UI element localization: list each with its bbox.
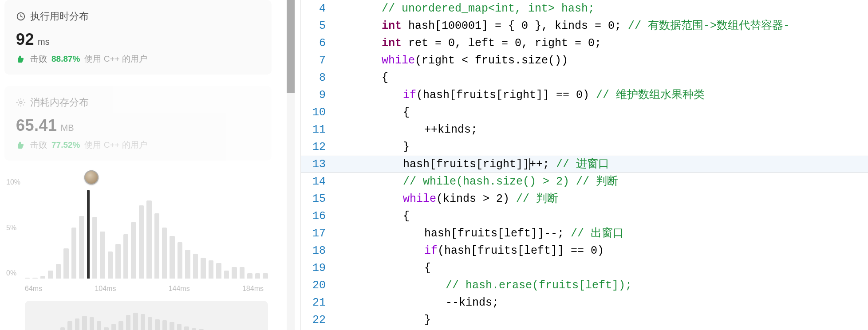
code-line[interactable]: { (339, 69, 868, 86)
line-number[interactable]: 10 (301, 104, 335, 121)
mini-histogram-bar[interactable] (184, 326, 189, 330)
code-line[interactable]: { (339, 259, 868, 277)
line-number-gutter[interactable]: 45678910111213141516171819202122 (301, 0, 335, 330)
histogram-bar[interactable] (87, 190, 90, 279)
mini-histogram-bar[interactable] (97, 321, 101, 330)
mini-histogram-bar[interactable] (133, 313, 138, 330)
runtime-histogram[interactable]: 10% 5% 0% 64ms 104ms 144ms 184ms (0, 178, 280, 293)
histogram-bar[interactable] (56, 264, 61, 279)
histogram-bar[interactable] (146, 200, 151, 279)
histogram-bar[interactable] (247, 273, 252, 279)
mini-histogram-bar[interactable] (155, 319, 159, 330)
mini-histogram-bar[interactable] (60, 327, 65, 330)
histogram-bar[interactable] (123, 234, 128, 279)
mini-histogram-bar[interactable] (67, 321, 72, 330)
histogram-bar[interactable] (115, 244, 120, 279)
mini-histogram-bar[interactable] (162, 320, 167, 330)
code-line[interactable]: while(kinds > 2) // 判断 (339, 190, 868, 208)
line-number[interactable]: 12 (301, 138, 335, 156)
code-line[interactable]: // hash.erase(fruits[left]); (339, 277, 868, 294)
mini-histogram-bar[interactable] (75, 318, 79, 330)
mini-histogram-bar[interactable] (104, 327, 108, 330)
histogram-bar[interactable] (48, 271, 53, 279)
memory-unit: MB (61, 123, 74, 133)
code-line[interactable]: if(hash[fruits[right]] == 0) // 维护数组水果种类 (339, 86, 868, 104)
code-editor[interactable]: 45678910111213141516171819202122 // unor… (301, 0, 868, 330)
line-number[interactable]: 4 (301, 0, 335, 17)
mini-histogram-bar[interactable] (90, 317, 94, 330)
mini-histogram-bar[interactable] (111, 324, 116, 330)
histogram-bar[interactable] (216, 263, 221, 279)
histogram-bar[interactable] (154, 213, 159, 279)
histogram-bar[interactable] (32, 278, 37, 279)
code-line[interactable]: --kinds; (339, 294, 868, 311)
histogram-bar[interactable] (131, 222, 136, 279)
histogram-bar[interactable] (193, 254, 198, 279)
histogram-bar[interactable] (185, 250, 190, 279)
code-comment: // hash.erase(fruits[left]); (446, 279, 632, 292)
histogram-bar[interactable] (263, 273, 268, 279)
code-line[interactable]: ++kinds; (339, 121, 868, 138)
line-number[interactable]: 7 (301, 52, 335, 69)
mini-histogram-bar[interactable] (177, 324, 181, 330)
line-number[interactable]: 15 (301, 190, 335, 208)
scrollbar-thumb[interactable] (287, 0, 295, 93)
line-number[interactable]: 22 (301, 311, 335, 329)
line-number[interactable]: 5 (301, 17, 335, 35)
code-line[interactable]: } (339, 311, 868, 329)
mini-histogram-bar[interactable] (82, 316, 87, 330)
mini-histogram-bar[interactable] (192, 328, 196, 330)
line-number[interactable]: 18 (301, 242, 335, 259)
code-line[interactable]: // while(hash.size() > 2) // 判断 (339, 173, 868, 190)
line-number[interactable]: 13 (301, 156, 335, 173)
histogram-bar[interactable] (224, 271, 229, 279)
runtime-beat-label: 击败 (30, 53, 47, 65)
histogram-bar[interactable] (178, 242, 182, 279)
code-line[interactable]: // unordered_map<int, int> hash; (339, 0, 868, 17)
histogram-bar[interactable] (209, 260, 213, 279)
histogram-bar[interactable] (40, 276, 45, 279)
code-line[interactable]: { (339, 104, 868, 121)
code-line[interactable]: hash[fruits[right]]++; // 进窗口 (339, 156, 868, 173)
line-number[interactable]: 20 (301, 277, 335, 294)
histogram-bar[interactable] (139, 205, 144, 279)
histogram-bar[interactable] (201, 258, 205, 279)
histogram-bar[interactable] (71, 228, 76, 279)
line-number[interactable]: 19 (301, 259, 335, 277)
mini-histogram-bar[interactable] (126, 315, 130, 330)
histogram-bar[interactable] (162, 228, 167, 279)
code-line[interactable]: } (339, 138, 868, 156)
code-lines[interactable]: // unordered_map<int, int> hash;int hash… (339, 0, 868, 329)
line-number[interactable]: 6 (301, 35, 335, 52)
panel-scrollbar[interactable] (280, 0, 301, 330)
histogram-bar[interactable] (108, 251, 113, 279)
histogram-bar[interactable] (255, 273, 260, 279)
histogram-bar[interactable] (92, 217, 97, 279)
line-number[interactable]: 11 (301, 121, 335, 138)
code-token: { (403, 106, 410, 119)
code-line[interactable]: { (339, 208, 868, 225)
mini-histogram-bar[interactable] (118, 321, 123, 330)
histogram-bar[interactable] (240, 267, 245, 279)
line-number[interactable]: 17 (301, 225, 335, 242)
mini-histogram-bar[interactable] (148, 317, 152, 330)
code-line[interactable]: int ret = 0, left = 0, right = 0; (339, 35, 868, 52)
mini-histogram-bar[interactable] (141, 314, 145, 330)
code-line[interactable]: if(hash[fruits[left]] == 0) (339, 242, 868, 259)
mini-histogram[interactable]: 64ms 104ms 144ms 184ms (25, 301, 268, 330)
histogram-bar[interactable] (100, 232, 105, 279)
histogram-bar[interactable] (63, 248, 68, 279)
code-line[interactable]: while(right < fruits.size()) (339, 52, 868, 69)
line-number[interactable]: 9 (301, 86, 335, 104)
line-number[interactable]: 8 (301, 69, 335, 86)
histogram-bar[interactable] (170, 236, 174, 279)
histogram-bar[interactable] (79, 216, 84, 279)
line-number[interactable]: 14 (301, 173, 335, 190)
code-line[interactable]: int hash[100001] = { 0 }, kinds = 0; // … (339, 17, 868, 35)
line-number[interactable]: 16 (301, 208, 335, 225)
histogram-bar[interactable] (232, 267, 237, 279)
mini-histogram-bar[interactable] (170, 322, 174, 330)
code-line[interactable]: hash[fruits[left]]--; // 出窗口 (339, 225, 868, 242)
histogram-bar[interactable] (25, 278, 30, 279)
line-number[interactable]: 21 (301, 294, 335, 311)
